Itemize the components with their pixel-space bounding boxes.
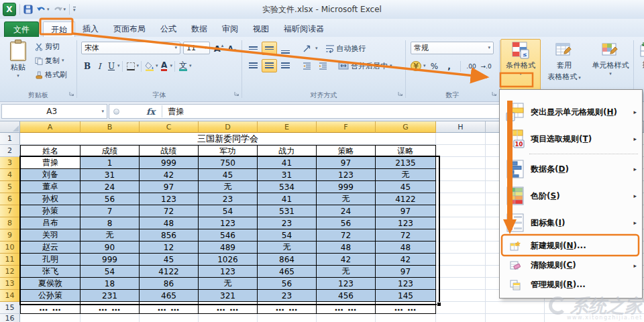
tab-foxit[interactable]: 福昕阅读器: [276, 21, 331, 37]
borders-button[interactable]: [125, 59, 137, 73]
cell-H15[interactable]: [436, 302, 486, 314]
cell-E5[interactable]: 534: [258, 181, 317, 193]
cell-B7[interactable]: 7: [80, 205, 140, 217]
cell-r16-9[interactable]: [486, 314, 545, 322]
bold-button[interactable]: B: [81, 59, 93, 73]
cell-styles-button[interactable]: 单元格样式 ▾: [588, 39, 633, 97]
cell-E8[interactable]: 23: [258, 217, 317, 229]
tab-view[interactable]: 视图: [246, 21, 276, 37]
align-bottom-button[interactable]: [278, 42, 293, 55]
cell-H9[interactable]: [436, 229, 486, 241]
cell-F12[interactable]: 无: [317, 266, 376, 278]
cell-D15[interactable]: … …: [199, 302, 258, 314]
orientation-button[interactable]: [299, 42, 315, 55]
cell-F8[interactable]: 56: [317, 217, 376, 229]
align-left-button[interactable]: [246, 59, 261, 72]
tab-formulas[interactable]: 公式: [153, 21, 184, 37]
cell-F13[interactable]: 123: [317, 278, 376, 290]
align-top-button[interactable]: [246, 42, 261, 55]
row-header-2[interactable]: 2: [0, 145, 20, 157]
cell-G6[interactable]: 4122: [376, 193, 436, 205]
cell-r16-1[interactable]: [20, 314, 80, 322]
fill-color-button[interactable]: [144, 59, 156, 73]
font-size-select[interactable]: 11 ▾: [183, 42, 210, 54]
cell-B10[interactable]: 90: [80, 241, 140, 254]
insert-cells-button[interactable]: 插: [635, 39, 644, 97]
cell-D5[interactable]: 无: [199, 181, 258, 193]
insert-function-button[interactable]: fx: [146, 107, 155, 117]
cell-D12[interactable]: 123: [199, 266, 258, 278]
cell-G7[interactable]: 97: [376, 205, 436, 217]
cell-C10[interactable]: 12: [140, 241, 199, 254]
cell-C6[interactable]: 123: [140, 193, 199, 205]
column-header-D[interactable]: D: [199, 121, 258, 133]
cell-G4[interactable]: 无: [376, 169, 436, 181]
cell-H3[interactable]: [436, 157, 486, 169]
borders-dropdown-icon[interactable]: ▾: [137, 64, 140, 68]
header-cell-7[interactable]: 谋略: [376, 145, 436, 157]
menu-item-top-bottom-rules[interactable]: 10项目选取规则(T)▸: [500, 125, 642, 152]
row-header-16[interactable]: 16: [0, 314, 20, 322]
increase-decimal-button[interactable]: .00: [466, 59, 478, 73]
conditional-formatting-dropdown-icon[interactable]: ▾: [519, 72, 522, 76]
row-header-14[interactable]: 14: [0, 290, 20, 302]
cell-G10[interactable]: 48: [376, 241, 436, 254]
cell-A5[interactable]: 董卓: [20, 181, 80, 193]
cell-F10[interactable]: 48: [317, 241, 376, 254]
phonetic-button[interactable]: 文: [177, 59, 189, 73]
cell-B6[interactable]: 56: [80, 193, 140, 205]
italic-button[interactable]: I: [93, 59, 105, 73]
header-cell-4[interactable]: 军功: [199, 145, 258, 157]
cell-E10[interactable]: 无: [258, 241, 317, 254]
cell-G11[interactable]: 42: [376, 254, 436, 266]
cell-F15[interactable]: … …: [317, 302, 376, 314]
cell-E7[interactable]: 531: [258, 205, 317, 217]
cell-H5[interactable]: [436, 181, 486, 193]
row-header-11[interactable]: 11: [0, 254, 20, 266]
copy-button[interactable]: 复制 ▾: [35, 56, 67, 66]
cell-r16-3[interactable]: [140, 314, 199, 322]
cell-C4[interactable]: 42: [140, 169, 199, 181]
column-header-B[interactable]: B: [80, 121, 140, 133]
cell-D14[interactable]: 321: [199, 290, 258, 302]
cell-E6[interactable]: 41: [258, 193, 317, 205]
row-header-12[interactable]: 12: [0, 266, 20, 278]
cell-F7[interactable]: 24: [317, 205, 376, 217]
row-header-8[interactable]: 8: [0, 217, 20, 229]
cell-C5[interactable]: 97: [140, 181, 199, 193]
number-dialog-launcher-icon[interactable]: [492, 87, 497, 99]
row-header-10[interactable]: 10: [0, 241, 20, 254]
undo-dropdown-icon[interactable]: ▾: [47, 7, 50, 12]
header-cell-3[interactable]: 战绩: [140, 145, 199, 157]
cell-r16-4[interactable]: [199, 314, 258, 322]
cell-G12[interactable]: 97: [376, 266, 436, 278]
cell-H7[interactable]: [436, 205, 486, 217]
underline-dropdown-icon[interactable]: ▾: [117, 64, 120, 68]
cell-H6[interactable]: [436, 193, 486, 205]
align-center-button[interactable]: [262, 59, 277, 72]
cell-F6[interactable]: 无: [317, 193, 376, 205]
cell-r16-10[interactable]: [545, 314, 644, 322]
header-cell-5[interactable]: 战力: [258, 145, 317, 157]
cell-C14[interactable]: 465: [140, 290, 199, 302]
comma-style-button[interactable]: ,: [443, 59, 455, 73]
column-header-E[interactable]: E: [258, 121, 317, 133]
row-header-6[interactable]: 6: [0, 193, 20, 205]
cell-G5[interactable]: 45: [376, 181, 436, 193]
cell-r16-8[interactable]: [436, 314, 486, 322]
header-cell-6[interactable]: 策略: [317, 145, 376, 157]
row-header-7[interactable]: 7: [0, 205, 20, 217]
column-header-F[interactable]: F: [317, 121, 376, 133]
menu-item-clear-rules[interactable]: 清除规则(C)▸: [500, 256, 642, 275]
tab-review[interactable]: 审阅: [215, 21, 246, 37]
cell-A12[interactable]: 张飞: [20, 266, 80, 278]
row-header-5[interactable]: 5: [0, 181, 20, 193]
cell-D10[interactable]: 489: [199, 241, 258, 254]
cell-C8[interactable]: 48: [140, 217, 199, 229]
cell-D8[interactable]: 123: [199, 217, 258, 229]
row-header-13[interactable]: 13: [0, 278, 20, 290]
cell-F14[interactable]: 456: [317, 290, 376, 302]
increase-indent-button[interactable]: [315, 59, 331, 72]
alignment-dialog-launcher-icon[interactable]: [398, 87, 403, 99]
cell-F4[interactable]: 123: [317, 169, 376, 181]
